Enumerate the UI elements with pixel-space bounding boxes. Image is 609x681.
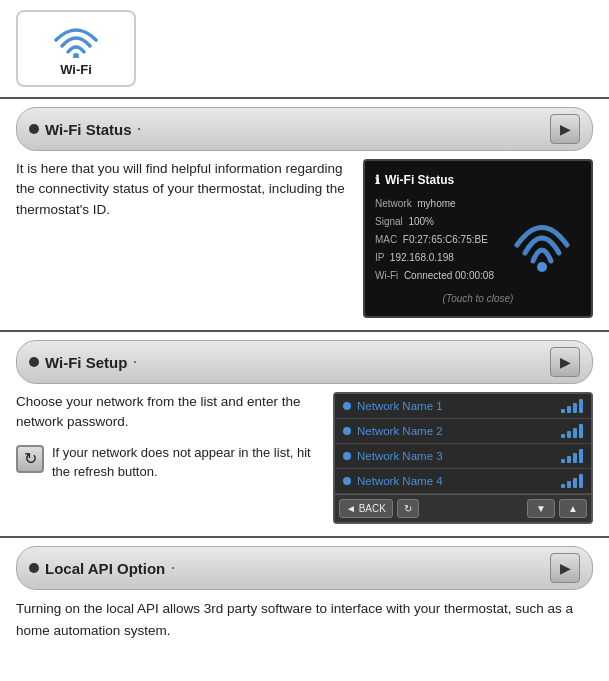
bar2-1 [567,406,571,413]
network-item-3[interactable]: Network Name 3 [335,444,591,469]
wifi-setup-left: Choose your network from the list and en… [16,392,321,482]
wifi-status-touch-close[interactable]: (Touch to close) [375,293,581,304]
wifi-status-title: Wi-Fi Status [45,121,132,138]
network-item-4[interactable]: Network Name 4 [335,469,591,494]
bar3-1 [573,403,577,413]
refresh-control-button[interactable]: ↻ [397,499,419,518]
bar1-2 [561,434,565,438]
bar2-3 [567,456,571,463]
bar4-1 [579,399,583,413]
wifi-status-description: It is here that you will find helpful in… [16,159,351,220]
wifi-status-bullet [29,124,39,134]
local-api-section-header: Local API Option · ▶ [16,546,593,590]
setup-api-divider [0,536,609,538]
local-api-bullet [29,563,39,573]
network-name-1: Network Name 1 [357,400,555,412]
wifi-status-screen: ℹ Wi-Fi Status Network myhome Signal 100… [363,159,593,318]
bar2-2 [567,431,571,438]
wifi-status-header-left: Wi-Fi Status · [29,121,145,138]
bar2-4 [567,481,571,488]
wifi-setup-section-header: Wi-Fi Setup · ▶ [16,340,593,384]
network-name-3: Network Name 3 [357,450,555,462]
network-dot-2 [343,427,351,435]
refresh-text: If your network does not appear in the l… [52,443,321,482]
local-api-header-left: Local API Option · [29,560,179,577]
bar1-1 [561,409,565,413]
network-dot-1 [343,402,351,410]
wifi-header: Wi-Fi [0,0,609,93]
wifi-status-section-header: Wi-Fi Status · ▶ [16,107,593,151]
wifi-setup-screen: Network Name 1 Network Name 2 [333,392,593,524]
bar1-4 [561,484,565,488]
local-api-title: Local API Option [45,560,165,577]
local-api-description: Turning on the local API allows 3rd part… [16,598,593,641]
refresh-icon[interactable]: ↻ [16,445,44,473]
network-dot-3 [343,452,351,460]
wifi-setup-bullet [29,357,39,367]
signal-bars-3 [561,449,583,463]
wifi-status-screen-title: ℹ Wi-Fi Status [375,173,581,187]
wifi-setup-content: Choose your network from the list and en… [16,392,593,524]
network-list: Network Name 1 Network Name 2 [335,394,591,494]
bar4-2 [579,424,583,438]
signal-bars-4 [561,474,583,488]
wifi-icon [51,20,101,58]
scroll-up-button[interactable]: ▲ [559,499,587,518]
wifi-setup-description: Choose your network from the list and en… [16,392,321,433]
status-setup-divider [0,330,609,332]
wifi-setup-title: Wi-Fi Setup [45,354,127,371]
bar4-3 [579,449,583,463]
wifi-header-label: Wi-Fi [60,62,92,77]
wifi-setup-header-left: Wi-Fi Setup · [29,354,141,371]
signal-bars-1 [561,399,583,413]
back-button[interactable]: ◄ BACK [339,499,393,518]
bar1-3 [561,459,565,463]
wifi-status-info-left: Network myhome Signal 100% MAC F0:27:65:… [375,195,494,285]
svg-point-0 [73,53,79,58]
scroll-down-button[interactable]: ▼ [527,499,555,518]
wifi-status-play-button[interactable]: ▶ [550,114,580,144]
wifi-setup-play-button[interactable]: ▶ [550,347,580,377]
wifi-status-info: Network myhome Signal 100% MAC F0:27:65:… [375,195,581,285]
bar3-2 [573,428,577,438]
network-item-2[interactable]: Network Name 2 [335,419,591,444]
network-dot-4 [343,477,351,485]
network-item-1[interactable]: Network Name 1 [335,394,591,419]
wifi-icon-box: Wi-Fi [16,10,136,87]
bar4-4 [579,474,583,488]
bar3-3 [573,453,577,463]
wifi-status-content: It is here that you will find helpful in… [16,159,593,318]
header-divider [0,97,609,99]
network-name-2: Network Name 2 [357,425,555,437]
bar3-4 [573,478,577,488]
network-name-4: Network Name 4 [357,475,555,487]
wifi-arc [504,195,581,285]
refresh-note: ↻ If your network does not appear in the… [16,443,321,482]
local-api-play-button[interactable]: ▶ [550,553,580,583]
signal-bars-2 [561,424,583,438]
setup-controls: ◄ BACK ↻ ▼ ▲ [335,494,591,522]
svg-point-1 [537,262,547,272]
